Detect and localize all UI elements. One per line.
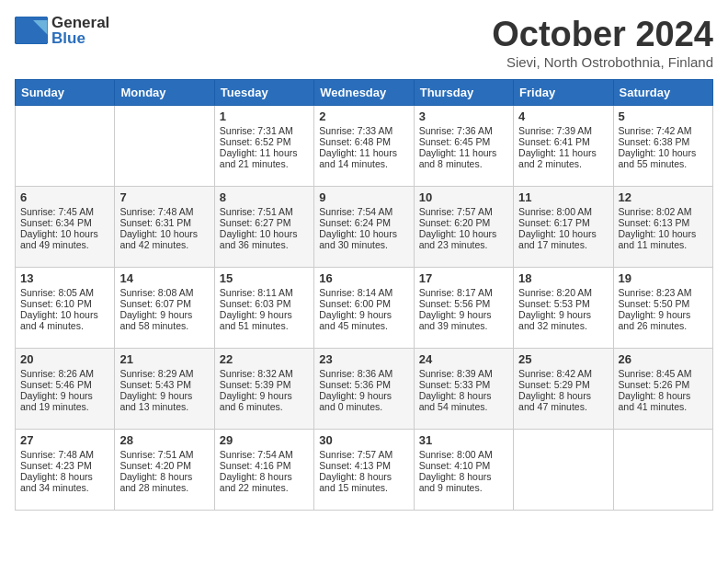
calendar-cell: 24Sunrise: 8:39 AMSunset: 5:33 PMDayligh…: [414, 349, 513, 430]
logo-icon: [15, 17, 48, 44]
sunrise-text: Sunrise: 7:57 AM: [419, 206, 508, 217]
weekday-header-row: SundayMondayTuesdayWednesdayThursdayFrid…: [16, 80, 713, 106]
sunset-text: Sunset: 6:00 PM: [319, 298, 408, 309]
weekday-header-sunday: Sunday: [16, 80, 115, 106]
sunset-text: Sunset: 5:39 PM: [220, 379, 309, 390]
sunset-text: Sunset: 6:20 PM: [419, 217, 508, 228]
weekday-header-thursday: Thursday: [414, 80, 513, 106]
day-number: 9: [319, 190, 408, 204]
sunrise-text: Sunrise: 8:36 AM: [319, 368, 408, 379]
calendar-cell: 27Sunrise: 7:48 AMSunset: 4:23 PMDayligh…: [16, 430, 115, 511]
calendar-cell: 12Sunrise: 8:02 AMSunset: 6:13 PMDayligh…: [613, 187, 712, 268]
sunset-text: Sunset: 5:43 PM: [119, 379, 209, 390]
day-number: 11: [518, 190, 608, 204]
sunrise-text: Sunrise: 8:14 AM: [319, 287, 408, 298]
week-row-3: 13Sunrise: 8:05 AMSunset: 6:10 PMDayligh…: [16, 268, 713, 349]
title-area: October 2024 Sievi, North Ostrobothnia, …: [492, 15, 713, 70]
day-number: 4: [518, 109, 608, 123]
daylight-text: Daylight: 11 hours and 8 minutes.: [419, 147, 508, 169]
daylight-text: Daylight: 10 hours and 23 minutes.: [419, 228, 508, 250]
day-number: 10: [419, 190, 508, 204]
sunset-text: Sunset: 5:50 PM: [619, 298, 708, 309]
logo-text-blue: Blue: [51, 29, 85, 47]
day-number: 23: [319, 352, 408, 366]
calendar-cell: 22Sunrise: 8:32 AMSunset: 5:39 PMDayligh…: [214, 349, 313, 430]
calendar-cell: 5Sunrise: 7:42 AMSunset: 6:38 PMDaylight…: [613, 106, 712, 187]
calendar-cell: 20Sunrise: 8:26 AMSunset: 5:46 PMDayligh…: [16, 349, 115, 430]
sunrise-text: Sunrise: 7:51 AM: [220, 206, 309, 217]
weekday-header-monday: Monday: [115, 80, 214, 106]
day-number: 16: [319, 271, 408, 285]
sunrise-text: Sunrise: 8:32 AM: [220, 368, 309, 379]
daylight-text: Daylight: 8 hours and 15 minutes.: [319, 471, 408, 493]
day-number: 21: [119, 352, 209, 366]
sunrise-text: Sunrise: 8:02 AM: [619, 206, 708, 217]
sunrise-text: Sunrise: 8:45 AM: [619, 368, 708, 379]
week-row-5: 27Sunrise: 7:48 AMSunset: 4:23 PMDayligh…: [16, 430, 713, 511]
calendar-cell: 13Sunrise: 8:05 AMSunset: 6:10 PMDayligh…: [16, 268, 115, 349]
daylight-text: Daylight: 9 hours and 58 minutes.: [119, 309, 209, 331]
sunset-text: Sunset: 6:27 PM: [220, 217, 309, 228]
sunset-text: Sunset: 6:38 PM: [619, 136, 708, 147]
day-number: 24: [419, 352, 508, 366]
location-title: Sievi, North Ostrobothnia, Finland: [492, 54, 713, 70]
weekday-header-tuesday: Tuesday: [214, 80, 313, 106]
sunrise-text: Sunrise: 7:31 AM: [220, 125, 309, 136]
day-number: 22: [220, 352, 309, 366]
sunset-text: Sunset: 5:29 PM: [518, 379, 608, 390]
week-row-1: 1Sunrise: 7:31 AMSunset: 6:52 PMDaylight…: [16, 106, 713, 187]
calendar-cell: 7Sunrise: 7:48 AMSunset: 6:31 PMDaylight…: [115, 187, 214, 268]
sunset-text: Sunset: 6:31 PM: [119, 217, 209, 228]
day-number: 7: [119, 190, 209, 204]
day-number: 20: [20, 352, 109, 366]
daylight-text: Daylight: 8 hours and 47 minutes.: [518, 390, 608, 412]
daylight-text: Daylight: 9 hours and 39 minutes.: [419, 309, 508, 331]
calendar-cell: 15Sunrise: 8:11 AMSunset: 6:03 PMDayligh…: [214, 268, 313, 349]
daylight-text: Daylight: 8 hours and 54 minutes.: [419, 390, 508, 412]
sunrise-text: Sunrise: 8:08 AM: [119, 287, 209, 298]
calendar-cell: 11Sunrise: 8:00 AMSunset: 6:17 PMDayligh…: [514, 187, 613, 268]
daylight-text: Daylight: 11 hours and 21 minutes.: [220, 147, 309, 169]
header: General Blue October 2024 Sievi, North O…: [15, 15, 713, 70]
sunrise-text: Sunrise: 7:54 AM: [220, 449, 309, 460]
daylight-text: Daylight: 10 hours and 55 minutes.: [619, 147, 708, 169]
sunrise-text: Sunrise: 7:54 AM: [319, 206, 408, 217]
sunrise-text: Sunrise: 7:45 AM: [20, 206, 109, 217]
day-number: 8: [220, 190, 309, 204]
sunset-text: Sunset: 6:48 PM: [319, 136, 408, 147]
daylight-text: Daylight: 10 hours and 36 minutes.: [220, 228, 309, 250]
weekday-header-friday: Friday: [514, 80, 613, 106]
day-number: 14: [119, 271, 209, 285]
sunrise-text: Sunrise: 7:48 AM: [119, 206, 209, 217]
calendar-cell: 3Sunrise: 7:36 AMSunset: 6:45 PMDaylight…: [414, 106, 513, 187]
sunrise-text: Sunrise: 8:42 AM: [518, 368, 608, 379]
calendar-cell: 21Sunrise: 8:29 AMSunset: 5:43 PMDayligh…: [115, 349, 214, 430]
sunset-text: Sunset: 5:26 PM: [619, 379, 708, 390]
sunrise-text: Sunrise: 7:36 AM: [419, 125, 508, 136]
sunrise-text: Sunrise: 8:29 AM: [119, 368, 209, 379]
sunrise-text: Sunrise: 8:39 AM: [419, 368, 508, 379]
sunset-text: Sunset: 6:24 PM: [319, 217, 408, 228]
sunrise-text: Sunrise: 7:57 AM: [319, 449, 408, 460]
week-row-4: 20Sunrise: 8:26 AMSunset: 5:46 PMDayligh…: [16, 349, 713, 430]
calendar-cell: 23Sunrise: 8:36 AMSunset: 5:36 PMDayligh…: [314, 349, 414, 430]
calendar-cell: 17Sunrise: 8:17 AMSunset: 5:56 PMDayligh…: [414, 268, 513, 349]
calendar-cell: 29Sunrise: 7:54 AMSunset: 4:16 PMDayligh…: [214, 430, 313, 511]
daylight-text: Daylight: 9 hours and 19 minutes.: [20, 390, 109, 412]
sunset-text: Sunset: 6:45 PM: [419, 136, 508, 147]
day-number: 13: [20, 271, 109, 285]
month-title: October 2024: [492, 15, 713, 54]
sunset-text: Sunset: 5:53 PM: [518, 298, 608, 309]
day-number: 26: [619, 352, 708, 366]
day-number: 12: [619, 190, 708, 204]
sunset-text: Sunset: 6:52 PM: [220, 136, 309, 147]
calendar-cell: 2Sunrise: 7:33 AMSunset: 6:48 PMDaylight…: [314, 106, 414, 187]
daylight-text: Daylight: 9 hours and 45 minutes.: [319, 309, 408, 331]
daylight-text: Daylight: 10 hours and 17 minutes.: [518, 228, 608, 250]
daylight-text: Daylight: 9 hours and 32 minutes.: [518, 309, 608, 331]
sunrise-text: Sunrise: 7:48 AM: [20, 449, 109, 460]
daylight-text: Daylight: 9 hours and 13 minutes.: [119, 390, 209, 412]
sunset-text: Sunset: 5:33 PM: [419, 379, 508, 390]
sunset-text: Sunset: 6:13 PM: [619, 217, 708, 228]
calendar-cell: [613, 430, 712, 511]
